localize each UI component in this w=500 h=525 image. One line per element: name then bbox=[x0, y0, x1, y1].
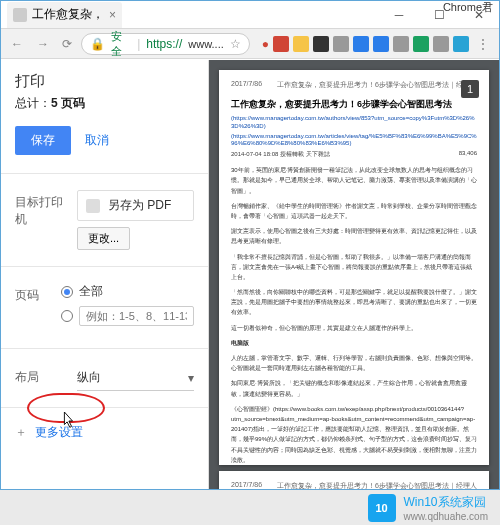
doc-header-right: 工作愈复杂，愈要提升思考力！6步骤学会心智图思考法｜经理人 bbox=[277, 80, 477, 90]
save-button[interactable]: 保存 bbox=[15, 126, 71, 155]
menu-button[interactable]: ⋮ bbox=[473, 37, 493, 51]
extensions-row: ● ⋮ bbox=[256, 36, 493, 52]
layout-select[interactable]: 纵向 ▾ bbox=[77, 365, 194, 391]
pages-label: 页码 bbox=[15, 283, 51, 304]
layout-label: 布局 bbox=[15, 365, 67, 386]
browser-toolbar: ← → ⟳ 🔒 安全 | https://www.... ☆ ● ⋮ bbox=[1, 29, 499, 59]
ext-icon-3[interactable] bbox=[313, 36, 329, 52]
watermark-url: www.qdhuahe.com bbox=[404, 511, 489, 522]
destination-row: 目标打印机 另存为 PDF 更改... bbox=[15, 180, 194, 260]
preview-page-2: 2017/7/86 工作愈复杂，愈要提升思考力！6步骤学会心智图思考法｜经理人 … bbox=[219, 471, 489, 489]
record-icon[interactable]: ● bbox=[262, 37, 269, 51]
print-total: 总计：5 页码 bbox=[15, 95, 194, 112]
secure-label: 安全 bbox=[111, 29, 131, 59]
watermark-bar: 10 Win10系统家园 www.qdhuahe.com bbox=[0, 490, 500, 525]
tab-favicon bbox=[13, 8, 27, 22]
layout-row: 布局 纵向 ▾ bbox=[15, 355, 194, 401]
divider bbox=[1, 348, 208, 349]
reload-button[interactable]: ⟳ bbox=[59, 37, 75, 51]
divider bbox=[1, 173, 208, 174]
ext-icon-6[interactable] bbox=[373, 36, 389, 52]
ext-icon-1[interactable] bbox=[273, 36, 289, 52]
ext-icon-8[interactable] bbox=[413, 36, 429, 52]
watermark-title: Win10系统家园 bbox=[404, 494, 489, 511]
doc-paragraph: 人的左腦，掌管著文字、數字、邏輯、行列等學習，右腦則負責圖像、色彩、想像與空間等… bbox=[231, 353, 477, 373]
tab-close-icon[interactable]: × bbox=[109, 8, 116, 22]
chrome-label: Chrome君 bbox=[443, 0, 493, 15]
watermark-badge: 10 bbox=[368, 494, 396, 522]
divider bbox=[1, 266, 208, 267]
doc-paragraph: 謝文憲表示，使用心智圖之後有三大好處：時間管理變得更有效率、資訊記憶更記得住，以… bbox=[231, 226, 477, 246]
doc-link: (https://www.managertoday.com.tw/authors… bbox=[231, 115, 477, 131]
doc-title: 工作愈复杂，愈要提升思考力！6步骤学会心智图思考法 bbox=[231, 98, 477, 111]
divider bbox=[1, 407, 208, 408]
address-bar[interactable]: 🔒 安全 | https://www.... ☆ bbox=[81, 33, 250, 55]
more-settings-button[interactable]: ＋ 更多设置 bbox=[15, 414, 194, 441]
titlebar: 工作愈复杂，愈要抬 × ─ ☐ ✕ bbox=[1, 1, 499, 29]
forward-button[interactable]: → bbox=[33, 34, 53, 54]
plus-icon: ＋ bbox=[15, 424, 27, 441]
pages-range-option[interactable] bbox=[61, 306, 194, 326]
change-destination-button[interactable]: 更改... bbox=[77, 227, 130, 250]
browser-window: Chrome君 工作愈复杂，愈要抬 × ─ ☐ ✕ ← → ⟳ 🔒 安全 | h… bbox=[0, 0, 500, 490]
tab-title: 工作愈复杂，愈要抬 bbox=[32, 6, 104, 23]
pages-range-input[interactable] bbox=[79, 306, 194, 326]
ext-icon-4[interactable] bbox=[333, 36, 349, 52]
chevron-down-icon: ▾ bbox=[188, 371, 194, 385]
url-scheme: https:// bbox=[146, 37, 182, 51]
doc-link: (https://www.managertoday.com.tw/article… bbox=[231, 133, 477, 149]
ext-icon-5[interactable] bbox=[353, 36, 369, 52]
destination-value: 另存为 PDF bbox=[77, 190, 194, 221]
doc-header-left: 2017/7/86 bbox=[231, 481, 262, 489]
doc-paragraph: 《心智圖聖經》(https://www.books.com.tw/exep/as… bbox=[231, 404, 477, 465]
radio-icon bbox=[61, 286, 73, 298]
doc-paragraph: 台灣暢銷作家、《給中學生的時間管理術》作者謝文憲，時常到學校、企業分享時間管理觀… bbox=[231, 201, 477, 221]
cancel-button[interactable]: 取消 bbox=[81, 126, 113, 155]
doc-paragraph: 「我非常不擅長記憶與背誦，但是心智圖，幫助了我很多。」以準備一場客戶溝通的簡報而… bbox=[231, 252, 477, 283]
ext-icon-7[interactable] bbox=[393, 36, 409, 52]
doc-header-right: 工作愈复杂，愈要提升思考力！6步骤学会心智图思考法｜经理人 bbox=[277, 481, 477, 489]
minimize-button[interactable]: ─ bbox=[379, 1, 419, 29]
doc-paragraph: 30年前，英国的東尼·博贊創新開發一種筆記法，从此改变全球無数人的思考与组织概念… bbox=[231, 165, 477, 196]
star-icon[interactable]: ☆ bbox=[230, 37, 241, 51]
ext-icon-9[interactable] bbox=[433, 36, 449, 52]
print-preview[interactable]: 1 2017/7/86 工作愈复杂，愈要提升思考力！6步骤学会心智图思考法｜经理… bbox=[209, 60, 499, 489]
print-title: 打印 bbox=[15, 72, 194, 91]
ext-icon-2[interactable] bbox=[293, 36, 309, 52]
doc-header-left: 2017/7/86 bbox=[231, 80, 262, 90]
content-area: 打印 总计：5 页码 保存 取消 目标打印机 另存为 PDF 更改... bbox=[1, 60, 499, 489]
pdf-icon bbox=[86, 199, 100, 213]
browser-tab[interactable]: 工作愈复杂，愈要抬 × bbox=[7, 2, 122, 28]
pages-all-option[interactable]: 全部 bbox=[61, 283, 194, 300]
back-button[interactable]: ← bbox=[7, 34, 27, 54]
lock-icon: 🔒 bbox=[90, 37, 105, 51]
destination-label: 目标打印机 bbox=[15, 190, 67, 228]
page-number-badge: 1 bbox=[461, 80, 479, 98]
doc-meta: 2014-07-04 18:08 授權轉載 天下雜誌 83,406 bbox=[231, 150, 477, 159]
doc-paragraph: 如同東尼·博贊所說，「把关键的概念和影像連結起來，产生綜合作用，心智就會愈用愈靈… bbox=[231, 378, 477, 398]
doc-paragraph: 這一切看似神奇，但心智圖的原理，其實是建立在人腦運作的科學上。 bbox=[231, 323, 477, 333]
print-actions: 保存 取消 bbox=[15, 126, 194, 155]
doc-paragraph: 「然而然後，向你關聯枝中的哪些資料，可是那些關鍵字，就足以提醒我要說什麼了。」謝… bbox=[231, 287, 477, 318]
ext-icon-10[interactable] bbox=[453, 36, 469, 52]
pages-row: 页码 全部 bbox=[15, 273, 194, 342]
print-sidebar: 打印 总计：5 页码 保存 取消 目标打印机 另存为 PDF 更改... bbox=[1, 60, 209, 489]
preview-page-1: 1 2017/7/86 工作愈复杂，愈要提升思考力！6步骤学会心智图思考法｜经理… bbox=[219, 70, 489, 465]
url-host: www.... bbox=[188, 38, 223, 50]
radio-icon bbox=[61, 310, 73, 322]
doc-quote: 电脑版 bbox=[231, 338, 477, 348]
